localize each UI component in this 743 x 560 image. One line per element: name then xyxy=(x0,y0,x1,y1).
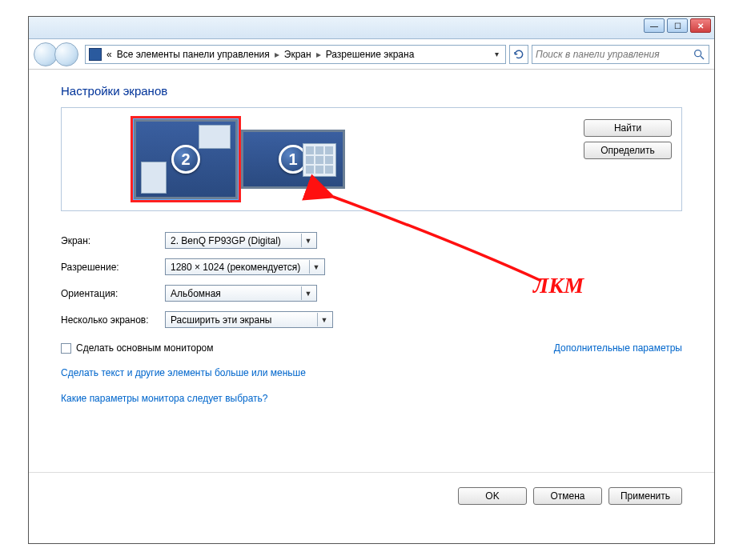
navigation-row: « Все элементы панели управления ▸ Экран… xyxy=(29,39,714,70)
address-bar[interactable]: « Все элементы панели управления ▸ Экран… xyxy=(85,45,506,64)
detect-button[interactable]: Найти xyxy=(584,119,672,137)
search-input[interactable] xyxy=(536,49,693,60)
close-button[interactable]: ✕ xyxy=(690,18,711,33)
multiple-displays-dropdown[interactable]: Расширить эти экраны ▼ xyxy=(165,311,333,328)
multi-value: Расширить эти экраны xyxy=(171,314,271,326)
annotation-label: ЛКМ xyxy=(533,273,584,298)
resolution-label: Разрешение: xyxy=(61,262,165,273)
dialog-buttons: OK Отмена Применить xyxy=(458,487,682,505)
nav-buttons xyxy=(34,42,82,66)
monitor-number-badge: 2 xyxy=(171,145,200,174)
divider xyxy=(29,472,714,473)
breadcrumb-prefix: « xyxy=(106,49,112,60)
orientation-dropdown[interactable]: Альбомная ▼ xyxy=(165,285,317,302)
screen-label: Экран: xyxy=(61,235,165,246)
cancel-button[interactable]: Отмена xyxy=(533,487,602,505)
identify-button[interactable]: Определить xyxy=(584,142,672,159)
resolution-dropdown[interactable]: 1280 × 1024 (рекомендуется) ▼ xyxy=(165,258,325,275)
address-dropdown-icon[interactable]: ▾ xyxy=(492,50,502,58)
svg-line-1 xyxy=(701,56,704,59)
make-primary-checkbox[interactable] xyxy=(61,343,71,354)
refresh-button[interactable] xyxy=(509,45,528,64)
breadcrumb-sep-icon: ▸ xyxy=(316,49,321,60)
screen-value: 2. BenQ FP93GP (Digital) xyxy=(171,235,281,246)
refresh-icon xyxy=(513,49,524,60)
breadcrumb-level2[interactable]: Экран xyxy=(284,49,311,60)
svg-point-0 xyxy=(695,50,701,56)
minimize-button[interactable]: — xyxy=(644,18,665,33)
make-primary-label: Сделать основным монитором xyxy=(76,342,214,354)
orientation-value: Альбомная xyxy=(171,288,221,299)
forward-button[interactable] xyxy=(54,42,78,66)
orientation-label: Ориентация: xyxy=(61,288,165,299)
text-size-link[interactable]: Сделать текст и другие элементы больше и… xyxy=(61,367,306,378)
ok-button[interactable]: OK xyxy=(458,487,527,505)
search-icon xyxy=(693,48,705,61)
monitor-2[interactable]: 2 xyxy=(134,119,238,199)
monitor-window-icon xyxy=(141,162,167,194)
breadcrumb-level1[interactable]: Все элементы панели управления xyxy=(117,49,270,60)
maximize-button[interactable]: ☐ xyxy=(667,18,688,33)
chevron-down-icon: ▼ xyxy=(301,234,315,247)
chevron-down-icon: ▼ xyxy=(309,260,323,274)
which-settings-link[interactable]: Какие параметры монитора следует выбрать… xyxy=(61,393,268,404)
screen-dropdown[interactable]: 2. BenQ FP93GP (Digital) ▼ xyxy=(165,232,317,249)
monitor-arrangement-box[interactable]: 2 1 Найти Определить xyxy=(61,107,682,211)
chevron-down-icon: ▼ xyxy=(301,286,315,300)
search-box[interactable] xyxy=(532,45,709,64)
resolution-value: 1280 × 1024 (рекомендуется) xyxy=(171,262,300,273)
chevron-down-icon: ▼ xyxy=(317,313,331,326)
multi-label: Несколько экранов: xyxy=(61,314,165,326)
monitor-keypad-icon xyxy=(303,143,336,177)
content-area: Настройки экранов 2 1 Найти Определить Э… xyxy=(29,70,714,405)
advanced-settings-link[interactable]: Дополнительные параметры xyxy=(554,342,682,354)
window-frame: — ☐ ✕ « Все элементы панели управления ▸… xyxy=(28,16,715,544)
primary-monitor-row: Сделать основным монитором Дополнительны… xyxy=(61,342,682,354)
settings-form: Экран: 2. BenQ FP93GP (Digital) ▼ Разреш… xyxy=(61,232,682,328)
page-title: Настройки экранов xyxy=(61,84,682,98)
monitor-1[interactable]: 1 xyxy=(241,130,345,189)
titlebar: — ☐ ✕ xyxy=(29,17,714,39)
breadcrumb-sep-icon: ▸ xyxy=(275,49,279,60)
breadcrumb-level3[interactable]: Разрешение экрана xyxy=(326,49,415,60)
control-panel-icon xyxy=(89,48,102,61)
apply-button[interactable]: Применить xyxy=(608,487,682,505)
monitor-side-buttons: Найти Определить xyxy=(584,119,672,159)
window-controls: — ☐ ✕ xyxy=(644,18,711,33)
monitor-window-icon xyxy=(199,125,231,149)
